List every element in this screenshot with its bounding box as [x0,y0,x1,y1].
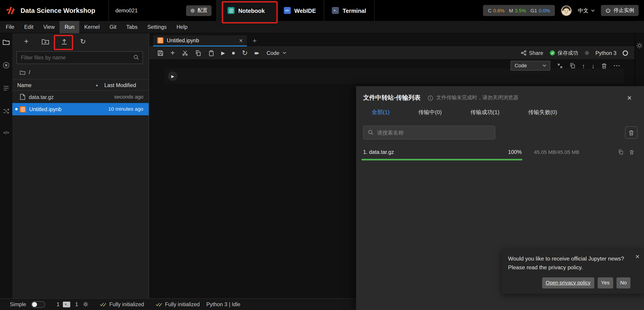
interrupt-kernel-button[interactable]: ■ [232,50,235,55]
breadcrumb[interactable]: / [12,68,149,79]
new-tab-button[interactable]: + [248,35,261,46]
terminal-count[interactable]: 1 [56,301,60,307]
menu-view[interactable]: View [38,21,60,33]
config-button-label: 配置 [198,7,208,14]
cut-cell-button[interactable] [182,50,188,56]
transfer-tab-in-progress[interactable]: 传输中(0) [418,109,442,116]
code-cell[interactable]: ▶ [164,69,624,84]
notebook-toolbar-right: Share 保存成功 Python 3 [521,49,628,56]
duplicate-cell-button[interactable] [570,63,576,69]
file-row-untitled-ipynb[interactable]: Untitled.ipynb 10 minutes ago [12,103,149,115]
clear-transfers-button[interactable] [625,126,638,139]
transfer-progress-fill [362,159,522,160]
yes-button[interactable]: Yes [598,277,613,289]
file-row-data-tar-gz[interactable]: data.tar.gz seconds ago [12,91,149,103]
copy-cell-button[interactable] [195,50,201,56]
close-notification-icon[interactable]: × [636,253,640,260]
tab-untitled-ipynb[interactable]: Untitled.ipynb × [153,35,247,46]
plus-icon: + [24,38,28,45]
stop-instance-button[interactable]: 停止实例 [601,5,638,16]
double-check-icon [100,302,106,307]
delete-cell-button[interactable] [601,62,607,69]
menu-git[interactable]: Git [105,21,121,33]
metric-memory: M 3.5% [509,8,526,13]
tab-notebook[interactable]: Notebook [217,0,276,21]
code-snippets-icon[interactable]: </> [3,130,9,135]
user-avatar[interactable] [561,5,572,16]
git-status-item[interactable]: Fully initialized [100,301,144,307]
notification-message: Would you like to receive official Jupyt… [508,254,632,263]
move-cell-up-button[interactable]: ↑ [582,62,585,69]
plus-icon: + [170,49,175,57]
cell-type-dropdown[interactable]: Code [266,50,286,56]
refresh-button[interactable]: ↻ [77,36,89,47]
running-sessions-icon[interactable] [2,62,10,69]
cell-toolbar-type-select[interactable]: Code [510,61,550,71]
run-this-cell-button[interactable]: ▶ [168,71,178,81]
menu-tabs[interactable]: Tabs [121,21,142,33]
column-header-name[interactable]: Name ▲ [12,82,104,88]
cell-type-value: Code [266,50,280,56]
language-selector[interactable]: 中文 [578,7,595,14]
config-button[interactable]: 配置 [186,5,212,16]
transfer-search-input[interactable] [363,126,495,139]
menu-help[interactable]: Help [172,21,192,33]
brand: Data Science Workshop [0,5,108,16]
menu-settings[interactable]: Settings [142,21,172,33]
kernel-status-icon[interactable] [622,50,628,55]
more-actions-icon[interactable]: ··· [614,62,620,69]
filter-files-input[interactable] [16,51,143,64]
refresh-icon: ↻ [80,38,86,45]
simple-mode-toggle[interactable] [31,301,45,308]
menu-kernel[interactable]: Kernel [79,21,104,33]
file-browser-icon[interactable] [2,38,10,46]
restart-run-all-button[interactable]: ▶▶ [255,51,258,55]
notification-buttons: Open privacy policy Yes No [508,277,632,289]
settings-gear-icon[interactable] [584,50,589,55]
column-header-modified[interactable]: Last Modified [104,82,148,88]
add-cell-button[interactable]: + [170,49,175,57]
close-transfer-panel-icon[interactable]: × [627,94,632,102]
save-button[interactable] [158,50,164,56]
notebook-file-icon [20,106,26,112]
terminal-status-icon: >_ [63,302,70,307]
transfer-header: 文件中转站-传输列表 文件传输未完成时，请勿关闭浏览器 × [356,86,644,102]
stop-instance-label: 停止实例 [614,7,634,14]
delete-transfer-icon[interactable] [629,149,634,155]
tab-webide[interactable]: </> WebIDE [276,0,324,21]
kernel-status-text[interactable]: Python 3 | Idle [206,301,240,307]
run-cell-button[interactable]: ▶ [221,50,225,55]
menu-edit[interactable]: Edit [19,21,38,33]
menu-run[interactable]: Run [60,21,79,33]
transfer-tab-success[interactable]: 传输成功(1) [470,109,500,116]
paste-cell-button[interactable] [208,50,214,56]
extensions-shuffle-icon[interactable] [2,107,10,115]
share-button[interactable]: Share [521,50,543,56]
menu-file[interactable]: File [1,21,19,33]
session-status-item[interactable]: Fully initialized [156,301,200,307]
kernel-name[interactable]: Python 3 [595,50,616,56]
transfer-tab-failed[interactable]: 传输失败(0) [528,109,557,116]
copy-path-icon[interactable] [618,149,624,155]
transfer-tab-all[interactable]: 全部(1) [372,109,390,116]
new-folder-button[interactable] [40,36,51,47]
move-cell-down-button[interactable]: ↓ [592,62,595,69]
kernel-count[interactable]: 1 [75,301,78,307]
kernel-gear-icon[interactable] [83,302,88,307]
file-modified: 10 minutes ago [108,106,149,112]
file-list-header: Name ▲ Last Modified [12,79,149,91]
metric-gpu: G1 0.0% [530,8,550,13]
table-of-contents-icon[interactable] [2,85,10,92]
close-tab-icon[interactable]: × [239,37,243,43]
upload-button[interactable] [58,36,70,47]
notebook-file-icon [158,37,164,43]
collapse-cell-button[interactable] [557,62,563,69]
no-button[interactable]: No [616,277,630,289]
restart-kernel-button[interactable]: ↻ [242,49,248,56]
tab-terminal[interactable]: >_ Terminal [324,0,374,21]
open-privacy-policy-button[interactable]: Open privacy policy [542,277,594,289]
git-status-label: Fully initialized [110,301,144,307]
webide-icon: </> [284,7,291,14]
new-launcher-button[interactable]: + [20,36,32,47]
jupyter-news-notification: × Would you like to receive official Jup… [502,249,644,294]
